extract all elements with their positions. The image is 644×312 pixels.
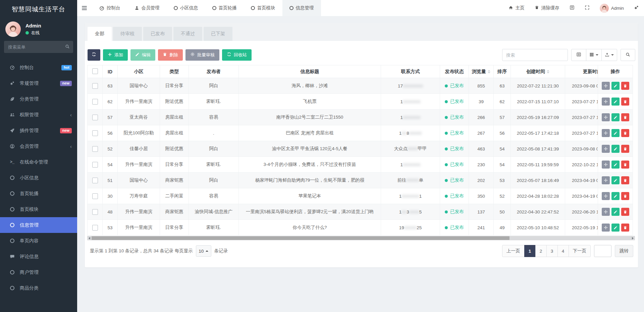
sidebar-item-permission[interactable]: 权限管理‹: [0, 107, 77, 123]
row-edit-button[interactable]: [611, 129, 620, 137]
row-delete-button[interactable]: [621, 176, 629, 184]
page-size-dropdown[interactable]: 10: [196, 245, 211, 257]
sidebar-item-plugin[interactable]: 插件管理new: [0, 123, 77, 138]
row-edit-button[interactable]: [611, 224, 620, 232]
row-delete-button[interactable]: [621, 98, 629, 106]
toggle-view-button[interactable]: [571, 49, 586, 61]
row-checkbox[interactable]: [92, 146, 98, 152]
row-checkbox[interactable]: [92, 99, 98, 105]
menu-search-input[interactable]: [4, 41, 73, 53]
row-edit-button[interactable]: [611, 192, 620, 200]
row-move-button[interactable]: [602, 98, 610, 106]
column-header-created[interactable]: 创建时间: [511, 65, 565, 78]
advanced-search-button[interactable]: [621, 49, 635, 61]
sidebar-item-module[interactable]: 首页模块: [0, 201, 77, 217]
filter-tab-offline[interactable]: 已下架: [204, 27, 232, 41]
clear-cache-button[interactable]: 清除缓存: [530, 0, 565, 16]
row-delete-button[interactable]: [621, 224, 629, 232]
row-checkbox[interactable]: [92, 193, 98, 199]
scroll-left-arrow-icon[interactable]: [87, 236, 92, 240]
refresh-button[interactable]: [88, 49, 100, 61]
topbar-tab-module[interactable]: 首页模块: [244, 0, 282, 16]
row-edit-button[interactable]: [611, 82, 620, 90]
sidebar-item-comment[interactable]: 评论信息: [0, 249, 77, 264]
delete-button[interactable]: 删除: [158, 49, 183, 61]
select-all-checkbox[interactable]: [92, 68, 98, 74]
row-move-button[interactable]: [602, 129, 610, 137]
sidebar-toggle-icon[interactable]: [77, 0, 92, 16]
batch-audit-button[interactable]: 批量审核: [185, 49, 219, 61]
jump-button[interactable]: 跳转: [615, 245, 633, 257]
sidebar-item-community[interactable]: 小区信息: [0, 170, 77, 186]
row-checkbox[interactable]: [92, 162, 98, 168]
home-link[interactable]: 主页: [503, 0, 530, 16]
filter-tab-pending[interactable]: 待审核: [113, 27, 142, 41]
sidebar-item-info[interactable]: 信息管理: [0, 217, 77, 233]
row-checkbox[interactable]: [92, 209, 98, 215]
settings-button[interactable]: [629, 0, 644, 16]
page-button-2[interactable]: 2: [535, 245, 547, 257]
row-edit-button[interactable]: [611, 208, 620, 216]
row-edit-button[interactable]: [611, 176, 620, 184]
row-edit-button[interactable]: [611, 113, 620, 121]
horizontal-scrollbar[interactable]: [87, 236, 635, 240]
sort-carets-icon[interactable]: [547, 70, 549, 73]
sidebar-item-command[interactable]: >_在线命令管理: [0, 154, 77, 170]
row-move-button[interactable]: [602, 192, 610, 200]
row-move-button[interactable]: [602, 176, 610, 184]
row-checkbox[interactable]: [92, 83, 98, 89]
page-button-1[interactable]: 1: [524, 245, 536, 257]
row-edit-button[interactable]: [611, 98, 620, 106]
sidebar-item-banner[interactable]: 首页轮播: [0, 186, 77, 201]
topbar-tab-info[interactable]: 信息管理: [282, 0, 321, 16]
sort-carets-icon[interactable]: [488, 70, 490, 73]
filter-tab-published[interactable]: 已发布: [143, 27, 172, 41]
row-move-button[interactable]: [602, 161, 610, 169]
page-button-3[interactable]: 3: [546, 245, 558, 257]
table-search-input[interactable]: [502, 49, 568, 61]
add-button[interactable]: 添加: [103, 49, 128, 61]
row-checkbox[interactable]: [92, 115, 98, 120]
row-move-button[interactable]: [602, 82, 610, 90]
prev-page-button[interactable]: 上一页: [502, 245, 525, 257]
sidebar-item-goods[interactable]: 商品分类: [0, 280, 77, 296]
next-page-button[interactable]: 下一页: [569, 245, 591, 257]
sidebar-item-console[interactable]: 控制台hot: [0, 60, 77, 75]
scroll-right-arrow-icon[interactable]: [631, 236, 635, 240]
topbar-tab-member[interactable]: 会员管理: [127, 0, 167, 16]
recycle-button[interactable]: 回收站: [222, 49, 252, 61]
export-dropdown-button[interactable]: [601, 49, 617, 61]
row-delete-button[interactable]: [621, 192, 629, 200]
row-delete-button[interactable]: [621, 82, 629, 90]
row-checkbox[interactable]: [92, 225, 98, 231]
filter-tab-rejected[interactable]: 不通过: [173, 27, 202, 41]
page-button-4[interactable]: 4: [557, 245, 569, 257]
fullscreen-button[interactable]: [580, 0, 595, 16]
row-move-button[interactable]: [602, 224, 610, 232]
row-edit-button[interactable]: [611, 145, 620, 153]
row-move-button[interactable]: [602, 113, 610, 121]
topbar-tab-banner[interactable]: 首页轮播: [205, 0, 244, 16]
columns-dropdown-button[interactable]: [586, 49, 602, 61]
language-button[interactable]: [565, 0, 580, 16]
row-move-button[interactable]: [602, 208, 610, 216]
row-delete-button[interactable]: [621, 145, 629, 153]
edit-button[interactable]: 编辑: [130, 49, 155, 61]
topbar-tab-community[interactable]: 小区信息: [167, 0, 205, 16]
sidebar-item-category[interactable]: 分类管理: [0, 91, 77, 107]
user-avatar[interactable]: [5, 21, 21, 37]
topbar-tab-console[interactable]: 控制台: [92, 0, 127, 16]
row-delete-button[interactable]: [621, 161, 629, 169]
sidebar-item-merchant[interactable]: 商户管理: [0, 264, 77, 280]
filter-tab-all[interactable]: 全部: [88, 27, 112, 41]
row-delete-button[interactable]: [621, 208, 629, 216]
row-checkbox[interactable]: [92, 178, 98, 183]
row-delete-button[interactable]: [621, 113, 629, 121]
row-move-button[interactable]: [602, 145, 610, 153]
sidebar-item-member[interactable]: 会员管理‹: [0, 138, 77, 154]
row-edit-button[interactable]: [611, 161, 620, 169]
row-checkbox[interactable]: [92, 130, 98, 136]
sidebar-item-general[interactable]: 常规管理new: [0, 75, 77, 91]
column-header-views[interactable]: 浏览量: [469, 65, 494, 78]
scrollbar-thumb[interactable]: [92, 236, 509, 240]
